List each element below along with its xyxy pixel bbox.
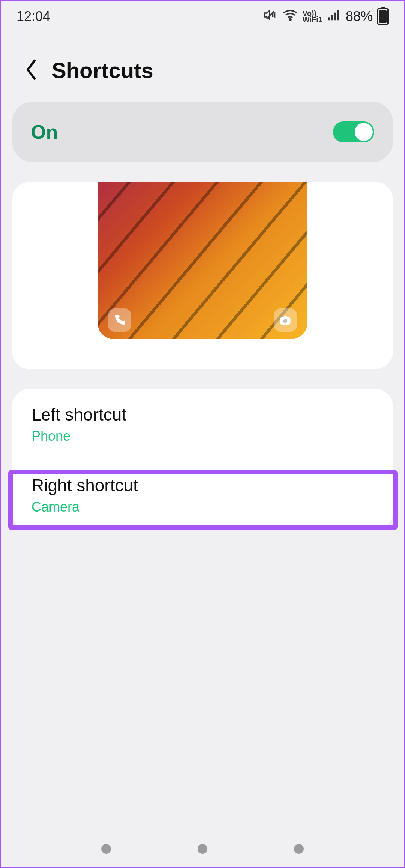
left-shortcut-value: Phone (32, 428, 374, 444)
right-shortcut-value: Camera (32, 499, 374, 515)
nav-home[interactable] (198, 844, 207, 854)
nav-back[interactable] (294, 844, 304, 854)
status-bar: 12:04 Vo)) WiFi1 88% (2, 1, 404, 31)
status-icons: Vo)) WiFi1 88% (263, 7, 388, 26)
svg-rect-2 (331, 15, 333, 20)
signal-icon (327, 8, 341, 25)
back-icon[interactable] (24, 58, 38, 82)
wifi-icon (282, 7, 298, 26)
preview-right-shortcut (274, 308, 297, 332)
left-shortcut-item[interactable]: Left shortcut Phone (12, 389, 393, 459)
left-shortcut-title: Left shortcut (32, 404, 374, 425)
lockscreen-preview (98, 182, 308, 339)
right-shortcut-item[interactable]: Right shortcut Camera (12, 459, 393, 530)
header: Shortcuts (2, 31, 404, 102)
vowifi-label: Vo)) WiFi1 (303, 10, 322, 22)
svg-rect-7 (284, 316, 287, 318)
battery-icon (377, 8, 388, 25)
page-title: Shortcuts (52, 58, 153, 83)
master-toggle-row[interactable]: On (12, 102, 393, 162)
vibrate-mute-icon (263, 7, 278, 26)
camera-icon (279, 313, 292, 327)
battery-percent: 88% (346, 9, 373, 24)
nav-recents[interactable] (101, 844, 111, 854)
svg-rect-3 (334, 12, 336, 20)
master-toggle-switch[interactable] (333, 121, 374, 142)
right-shortcut-title: Right shortcut (32, 475, 374, 495)
svg-point-6 (284, 319, 288, 323)
navigation-bar (2, 844, 404, 854)
phone-icon (113, 313, 126, 327)
svg-point-0 (290, 19, 291, 20)
shortcut-list: Left shortcut Phone Right shortcut Camer… (12, 389, 393, 530)
clock: 12:04 (16, 9, 50, 24)
svg-rect-4 (337, 10, 339, 20)
toggle-label: On (31, 121, 58, 143)
lockscreen-preview-card (12, 182, 393, 369)
svg-rect-1 (328, 17, 330, 20)
preview-left-shortcut (108, 308, 131, 332)
